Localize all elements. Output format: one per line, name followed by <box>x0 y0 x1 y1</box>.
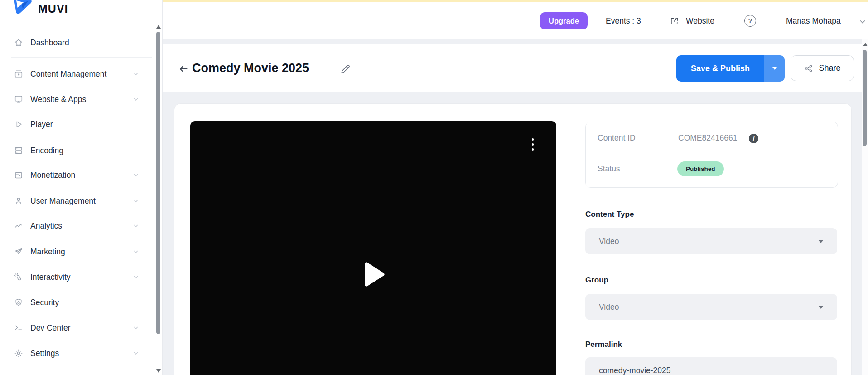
permalink-label: Permalink <box>585 340 622 349</box>
caret-down-icon <box>818 306 824 309</box>
server-stack-icon <box>14 146 24 156</box>
topbar-divider <box>732 5 732 34</box>
monitor-icon <box>14 94 24 104</box>
permalink-input[interactable] <box>585 357 837 375</box>
external-link-icon <box>670 16 679 26</box>
caret-down-icon <box>818 240 824 243</box>
sidebar-item-security[interactable]: Security <box>14 290 149 315</box>
sidebar-item-user-management[interactable]: User Management <box>14 189 149 213</box>
sidebar-item-label: Marketing <box>30 247 65 257</box>
sidebar-divider <box>11 57 152 58</box>
content-info-card <box>585 122 838 188</box>
share-nodes-icon <box>804 63 814 73</box>
group-value: Video <box>599 302 818 312</box>
sidebar-item-settings[interactable]: Settings <box>14 341 149 365</box>
content-type-select[interactable]: Video <box>585 228 837 254</box>
share-label: Share <box>819 63 840 73</box>
sidebar-item-label: Monetization <box>30 170 75 180</box>
sidebar-item-encoding[interactable]: Encoding <box>14 138 149 163</box>
sidebar-item-label: Dashboard <box>30 38 69 48</box>
sidebar-item-dev-center[interactable]: Dev Center <box>14 316 149 340</box>
wallet-icon <box>14 170 24 180</box>
group-label: Group <box>585 276 608 285</box>
upgrade-button[interactable]: Upgrade <box>540 12 588 29</box>
sidebar-item-interactivity[interactable]: Interactivity <box>14 265 149 289</box>
chevron-down-icon <box>133 351 139 356</box>
shield-lock-icon <box>14 297 24 307</box>
sidebar-item-monetization[interactable]: Monetization <box>14 163 149 187</box>
chevron-down-icon <box>133 172 139 178</box>
chevron-down-icon <box>133 274 139 280</box>
chevron-down-icon <box>133 198 139 204</box>
chevron-down-icon <box>133 223 139 229</box>
help-icon[interactable]: ? <box>744 15 756 27</box>
back-arrow-icon[interactable] <box>178 63 189 75</box>
home-icon <box>14 38 24 48</box>
page-title: Comedy Movie 2025 <box>192 61 309 75</box>
group-select[interactable]: Video <box>585 294 837 320</box>
save-publish-button[interactable]: Save & Publish <box>676 55 764 82</box>
brand-name: MUVI <box>38 2 68 15</box>
trend-up-icon <box>14 221 24 231</box>
sidebar-item-label: Dev Center <box>30 323 71 333</box>
sidebar-item-label: Analytics <box>30 221 62 231</box>
chevron-down-icon <box>133 71 139 77</box>
paper-plane-icon <box>14 247 24 257</box>
sidebar-scroll-down-arrow[interactable] <box>156 369 161 373</box>
user-menu[interactable]: Manas Mohapa <box>786 16 841 26</box>
sidebar-item-dashboard[interactable]: Dashboard <box>14 30 149 55</box>
sidebar-item-content-management[interactable]: Content Management <box>14 62 149 86</box>
page-scroll-up-arrow[interactable] <box>863 43 868 46</box>
chevron-down-icon <box>133 325 139 331</box>
chevron-down-icon[interactable] <box>859 18 866 25</box>
topbar-divider <box>772 5 772 34</box>
website-link[interactable]: Website <box>686 16 714 26</box>
sidebar-item-player[interactable]: Player <box>14 112 149 136</box>
content-id-label: Content ID <box>598 133 636 143</box>
play-button-icon[interactable] <box>364 261 386 287</box>
sidebar-item-label: Content Management <box>30 69 106 79</box>
terminal-icon <box>14 323 24 333</box>
sidebar-item-label: User Management <box>30 196 96 206</box>
page-scrollbar-thumb[interactable] <box>863 50 867 146</box>
edit-pencil-icon[interactable] <box>339 63 351 75</box>
sidebar-scroll-up-arrow[interactable] <box>156 25 161 29</box>
topbar <box>162 2 868 39</box>
sidebar-item-marketing[interactable]: Marketing <box>14 239 149 264</box>
save-publish-dropdown-button[interactable] <box>764 55 785 82</box>
sidebar-item-website-apps[interactable]: Website & Apps <box>14 87 149 112</box>
info-icon[interactable]: i <box>749 134 758 143</box>
muvi-logo-icon <box>13 0 34 16</box>
snap-fingers-icon <box>14 272 24 282</box>
content-type-label: Content Type <box>585 210 634 219</box>
sidebar-item-label: Settings <box>30 349 59 358</box>
sidebar-item-label: Player <box>30 120 53 129</box>
content-id-value: COME82416661 <box>678 133 737 143</box>
sidebar-item-label: Website & Apps <box>30 95 86 104</box>
play-outline-icon <box>14 119 24 129</box>
chevron-down-icon <box>133 249 139 254</box>
sidebar-scrollbar-thumb[interactable] <box>156 32 160 334</box>
panel-divider <box>569 104 569 375</box>
events-counter[interactable]: Events : 3 <box>606 16 641 26</box>
content-type-value: Video <box>599 237 818 246</box>
player-menu-icon[interactable] <box>530 138 535 153</box>
sidebar-item-label: Interactivity <box>30 273 71 282</box>
caret-down-icon <box>772 67 777 70</box>
sidebar-item-label: Encoding <box>30 146 63 156</box>
sidebar: MUVI Dashboard Content Management Websit… <box>0 0 163 375</box>
chevron-down-icon <box>133 97 139 102</box>
sidebar-item-label: Security <box>30 298 59 307</box>
status-badge: Published <box>677 161 724 176</box>
share-button[interactable]: Share <box>791 55 854 81</box>
status-label: Status <box>598 164 620 174</box>
sidebar-item-analytics[interactable]: Analytics <box>14 214 149 238</box>
gear-icon <box>14 348 24 358</box>
video-player[interactable] <box>190 121 556 375</box>
brand-logo[interactable]: MUVI <box>13 0 68 16</box>
person-icon <box>14 196 24 206</box>
content-video-icon <box>14 69 24 79</box>
info-card-divider <box>597 153 837 153</box>
